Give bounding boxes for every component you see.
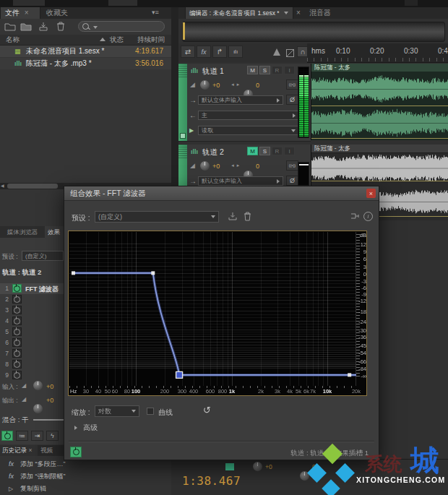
- advanced-label[interactable]: 高级: [83, 423, 98, 433]
- clip-gain-line[interactable]: [311, 106, 448, 106]
- track1-input-monitor-button[interactable]: I: [284, 66, 295, 74]
- history-item[interactable]: ▷ 复制剪辑: [0, 483, 79, 494]
- overview-playhead-marker[interactable]: [183, 22, 185, 40]
- strip-pan-knob[interactable]: [300, 471, 309, 481]
- ruler-unit-label[interactable]: hms: [311, 47, 325, 55]
- track-minimize-box[interactable]: [180, 133, 186, 139]
- new-folder-icon[interactable]: [20, 22, 32, 33]
- tab-effects-rack[interactable]: 效果: [45, 226, 64, 238]
- tab-favorites[interactable]: 收藏夹: [46, 7, 68, 19]
- file-row[interactable]: ıllı 陈冠蒲 - 太多 .mp3 * 3:56.016: [0, 58, 171, 69]
- save-preset-icon[interactable]: [228, 212, 238, 223]
- track2-input-select[interactable]: 默认立体声输入: [198, 176, 283, 186]
- rack-insert-button[interactable]: ⇥: [31, 431, 43, 441]
- clip-title-bar[interactable]: 陈冠蒲 - 太多: [311, 64, 448, 72]
- strip-volume-knob[interactable]: [253, 462, 262, 471]
- slot-power-toggle[interactable]: [12, 306, 22, 314]
- output-gain-knob[interactable]: [33, 404, 43, 413]
- track1-clip[interactable]: 陈冠蒲 - 太多: [311, 64, 448, 140]
- automation-tool-button[interactable]: ↱: [212, 46, 227, 58]
- track1-phase-button[interactable]: Ø: [286, 95, 298, 105]
- move-tool-button[interactable]: ⇄: [181, 46, 195, 58]
- meter-view-button[interactable]: ılı: [228, 46, 243, 58]
- dialog-titlebar[interactable]: 组合效果 - FFT 滤波器 ×: [64, 186, 379, 201]
- track1-pan-value[interactable]: 0: [256, 82, 259, 89]
- files-list-header[interactable]: 名称 状态 持续时间: [0, 35, 171, 46]
- track2-arm-button[interactable]: R: [272, 147, 283, 155]
- track1-monitor-speaker-button[interactable]: ((•)): [286, 79, 298, 90]
- fx-slot-row[interactable]: 6: [0, 337, 64, 348]
- fx-tool-button[interactable]: fx: [197, 46, 211, 58]
- scrollbar-thumb[interactable]: [7, 184, 58, 189]
- dialog-close-button[interactable]: ×: [366, 189, 376, 198]
- track2-name[interactable]: 轨道 2: [202, 147, 224, 158]
- track2-mute-button[interactable]: M: [247, 147, 258, 155]
- import-file-icon[interactable]: [38, 22, 49, 33]
- scroll-left-icon[interactable]: ◀: [1, 183, 4, 189]
- channel-map-icon[interactable]: [350, 212, 359, 222]
- col-status[interactable]: 状态: [110, 35, 124, 45]
- slot-power-toggle[interactable]: [12, 295, 22, 304]
- slot-effect-name[interactable]: FFT 滤波器: [25, 285, 59, 294]
- track1-automation-select[interactable]: 读取: [198, 126, 299, 135]
- input-gain-knob[interactable]: [33, 381, 43, 390]
- track1-arm-button[interactable]: R: [272, 66, 283, 74]
- editor-tab-caret-icon[interactable]: [284, 12, 288, 14]
- track1-waveform-bottom[interactable]: [311, 108, 448, 138]
- delete-preset-icon[interactable]: [244, 212, 251, 223]
- fx-slot-row[interactable]: 9: [0, 370, 64, 381]
- dialog-power-toggle[interactable]: [70, 447, 82, 457]
- track2-drag-strip[interactable]: [178, 145, 187, 186]
- track1-mute-button[interactable]: M: [247, 66, 258, 74]
- spline-checkbox[interactable]: [147, 408, 154, 415]
- fx-slot-row[interactable]: 7: [0, 348, 64, 359]
- track2-input-monitor-button[interactable]: I: [284, 147, 295, 155]
- fx-slot-row[interactable]: 3: [0, 305, 64, 316]
- scale-dropdown[interactable]: 对数: [95, 405, 139, 417]
- track1-drag-strip[interactable]: [178, 64, 187, 141]
- history-item[interactable]: fx 添加 “多段压…”: [0, 459, 79, 470]
- reset-icon[interactable]: ↺: [203, 405, 211, 416]
- files-hscrollbar[interactable]: ◀: [0, 183, 64, 189]
- time-display[interactable]: 1:38.467: [182, 474, 241, 488]
- metronome-icon[interactable]: [273, 48, 280, 56]
- slot-power-toggle[interactable]: [12, 338, 22, 347]
- track2-waveform-top[interactable]: [311, 153, 448, 183]
- fx-slot-row[interactable]: 4: [0, 316, 64, 327]
- advanced-expander-icon[interactable]: [74, 426, 77, 430]
- strip-volume-value[interactable]: +0: [265, 463, 272, 470]
- slot-power-toggle[interactable]: [12, 317, 22, 325]
- slot-power-toggle[interactable]: [12, 371, 22, 379]
- track1-input-select[interactable]: 默认立体声输入: [198, 95, 283, 105]
- track2-volume-value[interactable]: +0: [212, 163, 220, 170]
- history-item[interactable]: fx 添加 “强制限幅”: [0, 471, 79, 482]
- col-duration[interactable]: 持续时间: [137, 35, 165, 45]
- panel-menu-icon[interactable]: ▾≡: [152, 9, 159, 16]
- slot-power-toggle[interactable]: [12, 284, 22, 293]
- dialog-preset-dropdown[interactable]: (自定义): [95, 211, 219, 223]
- track2-volume-knob[interactable]: [200, 161, 210, 171]
- track2-waveform-bottom[interactable]: [378, 189, 448, 215]
- rack-power-toggle[interactable]: [1, 431, 13, 441]
- editor-tab-close-icon[interactable]: ×: [296, 7, 301, 19]
- search-caret-icon[interactable]: [93, 26, 98, 29]
- slot-power-toggle[interactable]: [12, 360, 22, 369]
- open-folder-icon[interactable]: [4, 22, 16, 33]
- clip-gain-line[interactable]: [378, 216, 448, 217]
- output-gain-value[interactable]: +0: [46, 397, 53, 404]
- rack-process-button[interactable]: ϟ: [46, 431, 59, 441]
- rack-list-button[interactable]: ≔: [16, 431, 28, 441]
- top-toolbar-button[interactable]: [108, 0, 137, 6]
- rack-preset-dropdown[interactable]: (自定义): [22, 251, 64, 261]
- track2-clip-lower[interactable]: [378, 186, 448, 220]
- input-gain-value[interactable]: +0: [46, 383, 53, 390]
- fx-slot-row[interactable]: 8: [0, 359, 64, 370]
- fx-slot-row[interactable]: 2: [0, 294, 64, 305]
- tab-history[interactable]: 历史记录 ×: [0, 445, 38, 456]
- top-toolbar-button[interactable]: [13, 0, 45, 6]
- tab-mixer[interactable]: 混音器: [309, 7, 331, 19]
- info-icon[interactable]: i: [363, 212, 373, 221]
- search-input[interactable]: [78, 21, 165, 32]
- track2-monitor-speaker-button[interactable]: ((•)): [286, 160, 298, 171]
- fx-slot-row[interactable]: 1 FFT 滤波器: [0, 283, 64, 294]
